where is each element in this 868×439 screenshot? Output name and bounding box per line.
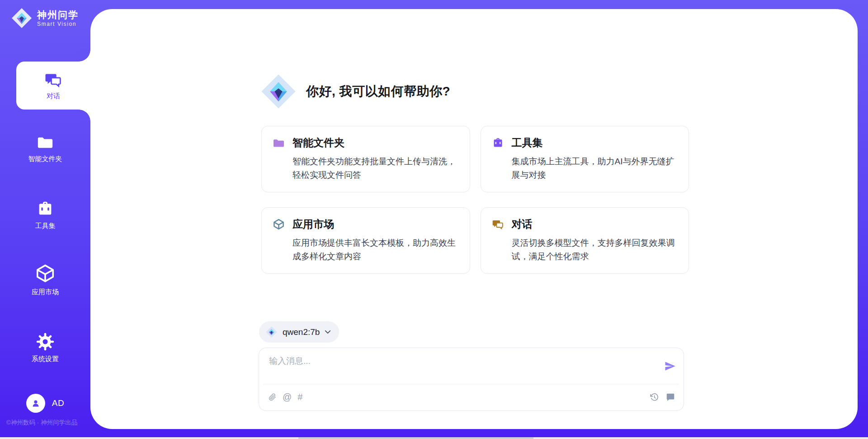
hashtag-icon[interactable]: # (297, 392, 302, 401)
user-initials: AD (52, 398, 64, 408)
model-name: qwen2:7b (283, 327, 320, 337)
cube-icon (35, 263, 56, 284)
model-selector[interactable]: qwen2:7b (259, 321, 339, 343)
brand-logo: 神州问学 Smart Vision (11, 7, 79, 29)
sidebar-item-chat[interactable]: 对话 (16, 62, 90, 110)
chat-icon (492, 218, 504, 230)
model-diamond-icon (265, 326, 278, 338)
sidebar-item-label: 工具集 (35, 222, 56, 230)
chat-bubble-icon[interactable] (665, 392, 675, 402)
mention-icon[interactable]: @ (283, 392, 292, 401)
card-description: 灵活切换多模型文件，支持多样回复效果调试，满足个性化需求 (512, 236, 678, 263)
sidebar-item-smart-folder[interactable]: 智能文件夹 (0, 134, 90, 163)
card-description: 集成市场上主流工具，助力AI与外界无缝扩展与对接 (512, 155, 678, 182)
tab-fillet-top (79, 50, 90, 62)
card-title: 工具集 (512, 136, 543, 150)
folder-icon (273, 137, 285, 149)
card-description: 应用市场提供丰富长文本模板，助力高效生成多样化文章内容 (292, 236, 459, 263)
avatar (26, 394, 45, 413)
user-profile[interactable]: AD (0, 394, 90, 413)
horizontal-scrollbar[interactable] (0, 437, 868, 439)
brand-subtitle: Smart Vision (37, 21, 79, 27)
cube-icon (273, 218, 285, 230)
message-input[interactable] (268, 354, 650, 382)
toolbox-icon (36, 200, 54, 218)
send-button[interactable] (664, 360, 676, 372)
card-chat[interactable]: 对话 灵活切换多模型文件，支持多样回复效果调试，满足个性化需求 (481, 207, 689, 274)
sidebar-item-toolbox[interactable]: 工具集 (0, 200, 90, 230)
sidebar-item-label: 应用市场 (32, 288, 59, 296)
scrollbar-thumb[interactable] (298, 437, 533, 439)
attachment-icon[interactable] (268, 393, 277, 401)
message-composer: @ # (259, 348, 684, 411)
tab-fillet-bottom (79, 110, 90, 121)
greeting-text: 你好, 我可以如何帮助你? (306, 83, 450, 100)
history-icon[interactable] (650, 392, 659, 402)
feature-cards: 智能文件夹 智能文件夹功能支持批量文件上传与清洗，轻松实现文件问答 工具集 集成… (261, 126, 689, 274)
card-title: 对话 (512, 217, 533, 231)
copyright-text: ©神州数码 · 神州问学出品 (6, 419, 77, 427)
gear-icon (36, 333, 54, 351)
sidebar-item-label: 智能文件夹 (28, 155, 62, 163)
sidebar-item-app-market[interactable]: 应用市场 (0, 263, 90, 296)
composer-divider (264, 384, 679, 384)
composer-toolbar: @ # (268, 389, 675, 405)
folder-icon (37, 134, 54, 151)
toolbox-icon (492, 137, 504, 149)
send-icon (664, 360, 676, 372)
card-app-market[interactable]: 应用市场 应用市场提供丰富长文本模板，助力高效生成多样化文章内容 (261, 207, 470, 274)
card-title: 智能文件夹 (292, 136, 344, 150)
card-description: 智能文件夹功能支持批量文件上传与清洗，轻松实现文件问答 (292, 155, 459, 182)
sidebar-item-label: 对话 (47, 92, 60, 100)
sidebar-item-label: 系统设置 (32, 355, 59, 363)
brand-diamond-icon (11, 7, 33, 29)
brand-name: 神州问学 (37, 9, 79, 21)
card-title: 应用市场 (292, 217, 334, 231)
chevron-down-icon (325, 330, 331, 334)
greeting-header: 你好, 我可以如何帮助你? (260, 72, 450, 110)
sidebar-item-settings[interactable]: 系统设置 (0, 333, 90, 363)
chat-icon (44, 71, 62, 89)
card-smart-folder[interactable]: 智能文件夹 智能文件夹功能支持批量文件上传与清洗，轻松实现文件问答 (261, 126, 470, 192)
greeting-diamond-icon (260, 72, 297, 110)
card-toolbox[interactable]: 工具集 集成市场上主流工具，助力AI与外界无缝扩展与对接 (481, 126, 689, 192)
app-root: 神州问学 Smart Vision 对话 智能文件夹 (0, 0, 868, 439)
